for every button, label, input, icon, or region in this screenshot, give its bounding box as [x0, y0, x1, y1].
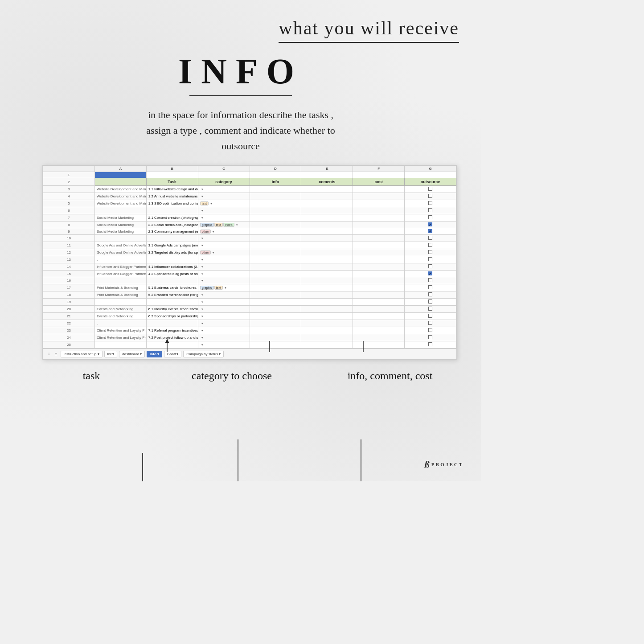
- task-annotation: task: [42, 370, 140, 382]
- table-row: 18 Print Materials & Branding 5.2 Brande…: [43, 291, 456, 299]
- table-row: 21 Events and Networking 6.2 Sponsorship…: [43, 313, 456, 320]
- table-row: 5 Website Development and Maintenance 1.…: [43, 200, 456, 207]
- table-row: 14 Influencer and Blogger Partnerships 4…: [43, 263, 456, 271]
- table-row: 16 ▼: [43, 277, 456, 284]
- tab-dropdown-icon: ▾: [112, 352, 114, 356]
- col-category-header: category: [198, 178, 250, 186]
- col-header-a: A: [94, 166, 146, 172]
- table-row: 6 ▼: [43, 207, 456, 214]
- info-cost-label: info, comment, cost: [348, 370, 433, 381]
- brand-text: PROJECT: [431, 462, 464, 467]
- tab-info[interactable]: info ▾: [147, 351, 162, 357]
- tab-list[interactable]: list ▾: [104, 351, 118, 357]
- table-row: 11 Google Ads and Online Advertising 3.1…: [43, 242, 456, 249]
- sheet-body: 1 2 Task category info coments cost outs…: [43, 172, 456, 349]
- sheet-table: A B C D E F G 1 2: [43, 165, 456, 349]
- info-title: INFO: [0, 51, 481, 92]
- tab-gantt-label: Gantt: [167, 352, 176, 356]
- tab-dashboard[interactable]: dashboard ▾: [119, 351, 145, 357]
- tab-instruction-setup[interactable]: instruction and setup ▾: [61, 351, 103, 357]
- table-row: 15 Influencer and Blogger Partnerships 4…: [43, 271, 456, 277]
- col-header-f: F: [353, 166, 405, 172]
- table-row: 2 Task category info coments cost outsou…: [43, 178, 456, 186]
- tab-list-label: list: [107, 352, 112, 356]
- row-num: 1: [43, 172, 95, 178]
- table-row: 4 Website Development and Maintenance 1.…: [43, 193, 456, 200]
- task-label: task: [83, 370, 100, 381]
- table-row: 10 ▼: [43, 235, 456, 242]
- brand-logo: ß PROJECT: [425, 459, 464, 470]
- table-row: 12 Google Ads and Online Advertising 3.2…: [43, 249, 456, 256]
- cell-1a: [94, 172, 146, 178]
- col-header-b: B: [146, 166, 198, 172]
- col-header-c: C: [198, 166, 250, 172]
- col-header-row: A B C D E F G: [43, 166, 456, 172]
- col-info-header: info: [250, 178, 301, 186]
- tab-dashboard-label: dashboard: [122, 352, 139, 356]
- tab-add-button[interactable]: +: [46, 352, 52, 357]
- table-row: 8 Social Media Marketing 2.2 Social medi…: [43, 222, 456, 228]
- table-row: 24 Client Retention and Loyalty Programs…: [43, 334, 456, 341]
- table-row: 7 Social Media Marketing 2.1 Content cre…: [43, 214, 456, 222]
- table-row: 13 . ▼: [43, 256, 456, 263]
- row-num: 2: [43, 178, 95, 186]
- info-cost-annotation: info, comment, cost: [323, 370, 457, 382]
- brand-logo-mark: ß: [425, 459, 430, 470]
- category-annotation: category to choose: [169, 370, 294, 382]
- top-title-section: what you will receive: [279, 18, 459, 43]
- table-row: 20 Events and Networking 6.1 Industry ev…: [43, 306, 456, 313]
- col-header-rownum: [43, 166, 95, 172]
- table-row: 9 Social Media Marketing 2.3 Community m…: [43, 228, 456, 235]
- table-row: 1: [43, 172, 456, 178]
- table-row: 19 ▼: [43, 299, 456, 306]
- table-row: 17 Print Materials & Branding 5.1 Busine…: [43, 284, 456, 291]
- top-title-text: what you will receive: [279, 18, 459, 38]
- col-cost-header: cost: [353, 178, 405, 186]
- tab-gantt[interactable]: Gantt ▾: [164, 351, 182, 357]
- tab-dropdown-icon: ▾: [140, 352, 142, 356]
- tab-info-label: info: [150, 352, 156, 356]
- table-row: 22 . ▼: [43, 320, 456, 327]
- spreadsheet: A B C D E F G 1 2: [42, 165, 457, 360]
- category-label: category to choose: [192, 370, 272, 381]
- col-task-header: Task: [146, 178, 198, 186]
- tab-dropdown-icon: ▾: [157, 352, 159, 356]
- col-header-g: G: [405, 166, 456, 172]
- col-comments-header: coments: [301, 178, 353, 186]
- annotation-labels: task category to choose info, comment, c…: [42, 370, 457, 382]
- info-underline: [189, 95, 292, 96]
- col-outsource-header: outsource: [405, 178, 456, 186]
- description-text: in the space for information describe th…: [0, 107, 481, 154]
- tab-instruction-setup-label: instruction and setup: [64, 352, 97, 356]
- tab-dropdown-icon: ▾: [219, 352, 221, 356]
- tab-menu-button[interactable]: ≡: [53, 352, 59, 357]
- table-row: 3 Website Development and Maintenance 1.…: [43, 186, 456, 193]
- table-row: 25 ▼: [43, 341, 456, 349]
- table-row: 23 Client Retention and Loyalty Programs…: [43, 327, 456, 334]
- tab-bar: + ≡ instruction and setup ▾ list ▾ dashb…: [43, 349, 456, 359]
- tab-campaign-label: Campaign by status: [186, 352, 218, 356]
- tab-campaign-status[interactable]: Campaign by status ▾: [183, 351, 224, 357]
- col-header-e: E: [301, 166, 353, 172]
- top-title-underline: [279, 42, 459, 43]
- col-header-d: D: [250, 166, 301, 172]
- tab-dropdown-icon: ▾: [98, 352, 99, 356]
- tab-dropdown-icon: ▾: [176, 352, 178, 356]
- info-section: INFO: [0, 51, 481, 96]
